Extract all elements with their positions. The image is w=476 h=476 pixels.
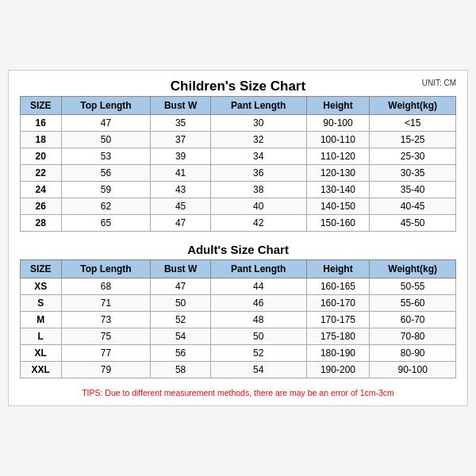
table-cell: 150-160	[306, 215, 370, 232]
table-row: XXL795854190-20090-100	[21, 362, 456, 378]
table-cell: 53	[61, 148, 151, 165]
table-cell: 80-90	[370, 345, 456, 362]
table-cell: 32	[210, 132, 306, 148]
table-cell: 62	[61, 198, 151, 215]
table-cell: <15	[370, 115, 456, 132]
adults-header-row: SIZE Top Length Bust W Pant Length Heigh…	[21, 260, 456, 278]
table-cell: 42	[210, 215, 306, 232]
adults-col-height: Height	[306, 260, 370, 278]
adults-col-weight: Weight(kg)	[370, 260, 456, 278]
table-cell: 41	[151, 165, 210, 182]
table-cell: 34	[210, 148, 306, 165]
children-title: Children's Size Chart UNIT: CM	[20, 79, 456, 94]
children-col-bust-w: Bust W	[151, 97, 210, 115]
table-cell: 36	[210, 165, 306, 182]
table-cell: 37	[151, 132, 210, 148]
table-cell: XXL	[21, 362, 62, 378]
table-cell: 60-70	[370, 312, 456, 328]
table-row: 20533934110-12025-30	[21, 148, 456, 165]
table-cell: 47	[151, 278, 210, 295]
table-cell: 30-35	[370, 165, 456, 182]
table-cell: 54	[151, 328, 210, 345]
table-cell: 100-110	[306, 132, 370, 148]
table-cell: 70-80	[370, 328, 456, 345]
table-row: 28654742150-16045-50	[21, 215, 456, 232]
adults-table: SIZE Top Length Bust W Pant Length Heigh…	[20, 259, 456, 378]
table-cell: 40	[210, 198, 306, 215]
table-cell: 45-50	[370, 215, 456, 232]
children-title-text: Children's Size Chart	[171, 79, 305, 94]
table-cell: 15-25	[370, 132, 456, 148]
table-cell: 20	[21, 148, 62, 165]
table-cell: 35	[151, 115, 210, 132]
table-cell: 180-190	[306, 345, 370, 362]
table-row: 18503732100-11015-25	[21, 132, 456, 148]
table-row: 1647353090-100<15	[21, 115, 456, 132]
table-cell: 79	[61, 362, 151, 378]
table-cell: 43	[151, 182, 210, 198]
children-col-weight: Weight(kg)	[370, 97, 456, 115]
table-cell: 16	[21, 115, 62, 132]
table-cell: 120-130	[306, 165, 370, 182]
table-cell: 50	[151, 295, 210, 312]
table-cell: 65	[61, 215, 151, 232]
adults-col-size: SIZE	[21, 260, 62, 278]
table-row: 24594338130-14035-40	[21, 182, 456, 198]
table-cell: 130-140	[306, 182, 370, 198]
tips-text: TIPS: Due to different measurement metho…	[20, 385, 456, 397]
table-row: 22564136120-13030-35	[21, 165, 456, 182]
table-cell: M	[21, 312, 62, 328]
children-col-size: SIZE	[21, 97, 62, 115]
children-col-height: Height	[306, 97, 370, 115]
table-cell: 26	[21, 198, 62, 215]
table-row: XS684744160-16550-55	[21, 278, 456, 295]
table-row: S715046160-17055-60	[21, 295, 456, 312]
table-cell: 38	[210, 182, 306, 198]
table-cell: 25-30	[370, 148, 456, 165]
table-cell: 39	[151, 148, 210, 165]
table-cell: 56	[151, 345, 210, 362]
table-cell: 56	[61, 165, 151, 182]
table-cell: 160-165	[306, 278, 370, 295]
children-table: SIZE Top Length Bust W Pant Length Heigh…	[20, 96, 456, 232]
unit-label: UNIT: CM	[422, 79, 456, 87]
table-cell: 24	[21, 182, 62, 198]
table-cell: XL	[21, 345, 62, 362]
table-cell: 77	[61, 345, 151, 362]
table-cell: 28	[21, 215, 62, 232]
table-cell: 50	[61, 132, 151, 148]
table-cell: 50-55	[370, 278, 456, 295]
adults-col-bust-w: Bust W	[151, 260, 210, 278]
table-cell: 170-175	[306, 312, 370, 328]
table-cell: 52	[151, 312, 210, 328]
adults-col-pant-length: Pant Length	[210, 260, 306, 278]
table-cell: 50	[210, 328, 306, 345]
table-cell: XS	[21, 278, 62, 295]
chart-container: Children's Size Chart UNIT: CM SIZE Top …	[8, 70, 468, 406]
table-cell: 140-150	[306, 198, 370, 215]
table-cell: 175-180	[306, 328, 370, 345]
table-row: 26624540140-15040-45	[21, 198, 456, 215]
table-cell: S	[21, 295, 62, 312]
adults-title-text: Adult's Size Chart	[187, 243, 289, 256]
table-cell: 47	[151, 215, 210, 232]
table-cell: 68	[61, 278, 151, 295]
table-cell: 71	[61, 295, 151, 312]
table-cell: 30	[210, 115, 306, 132]
adults-col-top-length: Top Length	[61, 260, 151, 278]
table-cell: 90-100	[370, 362, 456, 378]
table-cell: 73	[61, 312, 151, 328]
table-cell: 48	[210, 312, 306, 328]
table-cell: 46	[210, 295, 306, 312]
table-row: XL775652180-19080-90	[21, 345, 456, 362]
table-cell: 44	[210, 278, 306, 295]
table-cell: 110-120	[306, 148, 370, 165]
table-cell: 47	[61, 115, 151, 132]
table-cell: 22	[21, 165, 62, 182]
table-cell: 160-170	[306, 295, 370, 312]
table-cell: 18	[21, 132, 62, 148]
children-col-pant-length: Pant Length	[210, 97, 306, 115]
children-header-row: SIZE Top Length Bust W Pant Length Heigh…	[21, 97, 456, 115]
table-cell: 58	[151, 362, 210, 378]
table-cell: 55-60	[370, 295, 456, 312]
